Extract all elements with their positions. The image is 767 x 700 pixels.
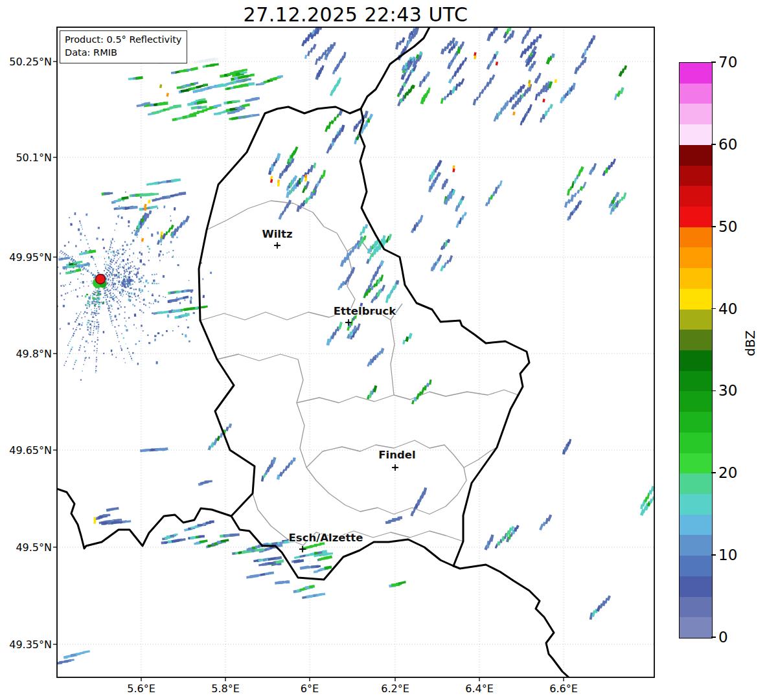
colorbar-tick-label: 40 xyxy=(718,300,737,317)
y-tick-label: 50.25°N xyxy=(1,56,52,68)
x-tick-label: 5.6°E xyxy=(127,683,155,695)
y-tick-label: 49.95°N xyxy=(1,251,52,264)
x-tick-label: 5.8°E xyxy=(211,683,240,695)
x-tick-label: 6.2°E xyxy=(381,683,409,695)
city-label: Findel xyxy=(378,449,415,461)
x-tick-label: 6.6°E xyxy=(549,683,578,695)
city-label: Esch/Alzette xyxy=(289,532,363,544)
colorbar-unit-label: dBZ xyxy=(742,324,758,363)
colorbar-tick-label: 0 xyxy=(718,629,728,646)
radar-screenshot: 27.12.2025 22:43 UTC Product: 0.5° Refle… xyxy=(0,0,767,700)
product-info-line: Product: 0.5° Reflectivity xyxy=(65,33,181,46)
colorbar-tickmark xyxy=(711,62,716,63)
colorbar-tick-label: 30 xyxy=(718,382,737,399)
colorbar-tickmark xyxy=(711,226,716,227)
colorbar xyxy=(679,62,713,638)
colorbar-tick-label: 50 xyxy=(718,218,737,235)
city-label: Ettelbruck xyxy=(334,305,396,317)
y-tick-label: 49.35°N xyxy=(1,638,52,651)
y-tick-label: 49.5°N xyxy=(1,541,52,554)
x-tick-label: 6.4°E xyxy=(465,683,494,695)
plot-title: 27.12.2025 22:43 UTC xyxy=(57,3,654,26)
y-tick-label: 49.65°N xyxy=(1,444,52,457)
colorbar-tickmark xyxy=(711,144,716,145)
y-tick-label: 50.1°N xyxy=(1,152,52,164)
colorbar-tick-label: 60 xyxy=(718,136,737,153)
city-label: Wiltz xyxy=(262,228,292,240)
colorbar-tick-label: 70 xyxy=(718,54,737,71)
data-source-line: Data: RMIB xyxy=(65,46,181,59)
y-tick-label: 49.8°N xyxy=(1,348,52,360)
colorbar-tickmark xyxy=(711,390,716,392)
colorbar-tickmark xyxy=(711,554,716,556)
x-tick-label: 6°E xyxy=(301,683,319,695)
colorbar-tickmark xyxy=(711,637,716,638)
colorbar-tickmark xyxy=(711,472,716,473)
product-info-box: Product: 0.5° Reflectivity Data: RMIB xyxy=(60,30,187,63)
map-background xyxy=(57,27,654,677)
colorbar-tick-label: 20 xyxy=(718,464,737,481)
colorbar-tickmark xyxy=(711,308,716,310)
radar-map: Product: 0.5° Reflectivity Data: RMIB Wi… xyxy=(57,27,654,677)
radar-map-canvas: WiltzEttelbruckFindelEsch/Alzette xyxy=(57,27,654,677)
colorbar-tick-label: 10 xyxy=(718,547,737,563)
